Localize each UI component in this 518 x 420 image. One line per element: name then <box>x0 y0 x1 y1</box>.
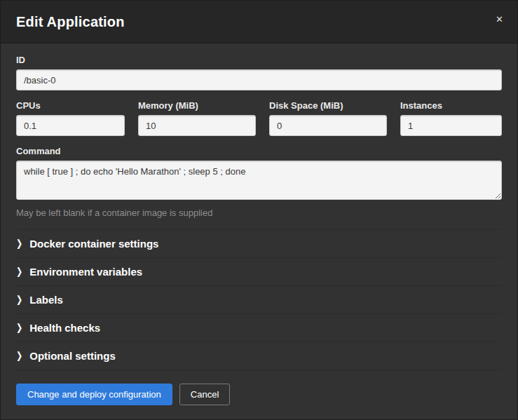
modal-footer: Change and deploy configuration Cancel <box>1 375 517 419</box>
memory-field-group: Memory (MiB) <box>138 100 256 136</box>
section-labels[interactable]: ❯ Labels <box>16 285 502 313</box>
section-label: Labels <box>29 294 63 306</box>
section-label: Health checks <box>29 322 100 334</box>
cpus-input[interactable] <box>16 115 125 136</box>
chevron-right-icon: ❯ <box>16 322 22 333</box>
modal-body: ID CPUs Memory (MiB) Disk Space (MiB) In… <box>1 43 517 375</box>
disk-label: Disk Space (MiB) <box>269 100 387 111</box>
section-health-checks[interactable]: ❯ Health checks <box>16 313 502 341</box>
command-help-text: May be left blank if a container image i… <box>16 208 502 218</box>
resources-row: CPUs Memory (MiB) Disk Space (MiB) Insta… <box>16 100 502 136</box>
section-environment-variables[interactable]: ❯ Environment variables <box>16 257 502 285</box>
command-field-group: Command while [ true ] ; do echo 'Hello … <box>16 146 502 218</box>
section-label: Environment variables <box>29 266 142 278</box>
instances-input[interactable] <box>400 115 502 136</box>
chevron-right-icon: ❯ <box>16 266 22 277</box>
cancel-button[interactable]: Cancel <box>179 384 230 405</box>
section-label: Docker container settings <box>29 238 158 250</box>
instances-field-group: Instances <box>400 100 502 136</box>
command-label: Command <box>16 146 502 156</box>
collapsible-sections: ❯ Docker container settings ❯ Environmen… <box>16 229 502 370</box>
memory-label: Memory (MiB) <box>138 100 256 111</box>
id-label: ID <box>16 55 502 65</box>
disk-input[interactable] <box>269 115 387 136</box>
deploy-button[interactable]: Change and deploy configuration <box>16 384 172 405</box>
edit-application-modal: Edit Application ✕ ID CPUs Memory (MiB) … <box>0 0 518 420</box>
close-icon: ✕ <box>496 14 503 25</box>
chevron-right-icon: ❯ <box>16 350 22 361</box>
chevron-right-icon: ❯ <box>16 294 22 305</box>
section-docker-container-settings[interactable]: ❯ Docker container settings <box>16 229 502 257</box>
memory-input[interactable] <box>138 115 256 136</box>
cpus-field-group: CPUs <box>16 100 125 136</box>
section-label: Optional settings <box>29 350 116 362</box>
disk-field-group: Disk Space (MiB) <box>269 100 387 136</box>
chevron-right-icon: ❯ <box>16 238 22 249</box>
cpus-label: CPUs <box>16 100 125 111</box>
close-button[interactable]: ✕ <box>493 12 506 27</box>
modal-title: Edit Application <box>16 14 502 30</box>
section-optional-settings[interactable]: ❯ Optional settings <box>16 341 502 370</box>
command-textarea[interactable]: while [ true ] ; do echo 'Hello Marathon… <box>16 161 502 200</box>
instances-label: Instances <box>400 100 502 111</box>
id-field-group: ID <box>16 55 502 90</box>
modal-header: Edit Application ✕ <box>1 1 517 43</box>
id-input[interactable] <box>16 69 502 90</box>
